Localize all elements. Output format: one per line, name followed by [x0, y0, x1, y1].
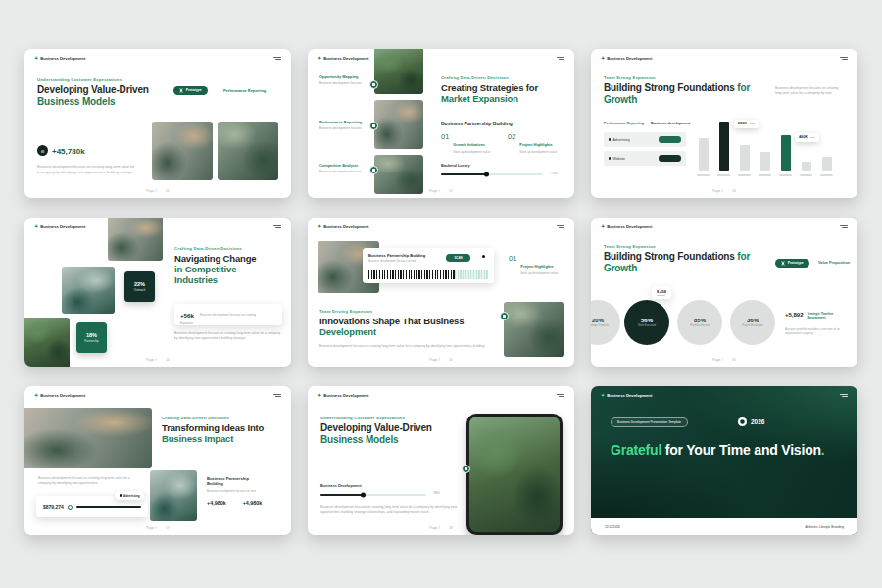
chart-tooltip-230k: 230K — [734, 120, 759, 128]
slider[interactable] — [320, 494, 426, 496]
chart-bar — [719, 122, 729, 171]
legend-row-advertising[interactable]: Advertising — [604, 132, 686, 147]
slide3-title: Building Strong Foundations for Growth — [604, 82, 772, 106]
slide-thumbnail-8[interactable]: ✦ Business Development Understanding Cus… — [308, 386, 574, 535]
slide4-title: Navigating Change in Competitive Industr… — [174, 253, 284, 286]
page-label: Page # — [146, 526, 157, 530]
feature-item-2: Performance Reporting Business developme… — [319, 120, 370, 131]
tab-performance-reporting[interactable]: Performance Reporting — [604, 122, 644, 125]
panel-tabs: Performance Reporting Business developme… — [604, 122, 690, 125]
scan-button[interactable]: SCAN — [446, 254, 470, 262]
slide-thumbnail-1[interactable]: ✦ Business Development Understanding Cus… — [24, 49, 291, 198]
donut-value: 36% — [747, 318, 759, 323]
stat-label: Outreach — [134, 288, 146, 292]
donut-portfolio-review: 85% Portfolio Review — [677, 300, 722, 345]
closing-date: 11/12/2026 — [605, 525, 620, 529]
slider-knob[interactable] — [484, 172, 489, 176]
slide-thumbnail-3[interactable]: ✦ Business Development Team Strong Expan… — [591, 49, 858, 198]
slide-thumbnail-5[interactable]: ✦ Business Development Business Partners… — [308, 218, 574, 367]
prototype-badge[interactable]: Prototype — [173, 86, 208, 95]
page-label: Page # — [712, 189, 723, 193]
prototype-badge[interactable]: Prototype — [775, 259, 809, 268]
step-label: Growth Initiatives — [453, 142, 485, 147]
stat-value: +5,892 — [785, 312, 804, 319]
right-sub: Business development focuses on new — [207, 489, 277, 493]
presentation-photo — [504, 302, 564, 357]
slide-thumbnail-6[interactable]: ✦ Business Development Team Strong Expan… — [591, 218, 858, 367]
chart-bar — [822, 157, 832, 171]
donut-label: Project Evaluation — [736, 324, 769, 327]
legend-label: Website — [612, 157, 625, 161]
menu-icon[interactable] — [557, 57, 564, 61]
camera-icon — [369, 122, 378, 130]
slide6-title-dark: Building Strong Foundations — [604, 251, 737, 262]
menu-icon[interactable] — [840, 394, 848, 398]
team-highfive-photo — [469, 416, 561, 533]
badge-label: Prototype — [788, 261, 804, 265]
slider-value: 76% — [433, 491, 440, 495]
slide-grid: ✦ Business Development Understanding Cus… — [0, 0, 882, 588]
feature-item-1: Opportunity Mapping Business development… — [319, 74, 370, 86]
sparkle-icon: ✦ — [34, 56, 38, 61]
revenue-value: $879,274 — [43, 504, 64, 510]
slider-knob[interactable] — [361, 492, 366, 497]
menu-icon[interactable] — [557, 394, 564, 398]
menu-icon[interactable] — [840, 225, 848, 229]
slide6-eyebrow: Team Strong Expansion — [604, 244, 656, 249]
feature-sub: Business development focuses — [319, 81, 370, 86]
donut-project-evaluation: 36% Project Evaluation — [730, 300, 775, 345]
menu-icon[interactable] — [273, 394, 281, 398]
office-photo — [152, 122, 213, 180]
brand-logo: ✦ Business Development — [601, 224, 652, 229]
sparkle-icon: ✦ — [318, 393, 321, 398]
page-number: 17 — [166, 526, 170, 530]
sparkle-icon: ✦ — [318, 224, 321, 229]
slide-thumbnail-4[interactable]: ✦ Business Development 22% Outreach 18% … — [24, 218, 291, 367]
page-number: 18 — [449, 526, 453, 530]
slide4-eyebrow: Crafting Data-Driven Decisions — [174, 246, 242, 251]
stat-value: 18% — [86, 332, 97, 338]
slide-thumbnail-2[interactable]: ✦ Business Development Opportunity Mappi… — [308, 49, 574, 198]
page-label: Page # — [429, 358, 440, 362]
chart-bar — [699, 138, 709, 171]
target-circle-icon — [738, 417, 747, 426]
slide1-stat: +45,780k — [52, 147, 85, 156]
slide4-title-line1: Navigating Change — [174, 253, 284, 264]
menu-icon[interactable] — [840, 57, 848, 61]
feature-sub: Business development focuses — [319, 126, 370, 131]
slide7-title-line1: Transforming Ideas Into — [162, 422, 287, 433]
brand-logo: ✦ Business Development — [318, 224, 368, 229]
closing-credit: Authentic Lifestyle Branding — [805, 525, 844, 529]
right-stat-2: +4,980k — [243, 500, 263, 506]
brand-logo: ✦ Business Development — [34, 393, 85, 398]
brand-name: Business Development — [40, 393, 85, 398]
slide8-title-line1: Developing Value-Driven — [320, 422, 467, 434]
slide7-body: Business development focuses on creating… — [38, 476, 136, 487]
slider[interactable] — [441, 173, 543, 175]
menu-icon[interactable] — [557, 225, 564, 229]
chart-tooltip-460k: 460K — [795, 133, 819, 142]
dot-icon — [482, 255, 485, 258]
menu-icon[interactable] — [273, 225, 281, 229]
brand-name: Business Development — [40, 224, 85, 229]
step-01: 01 Growth Initiatives Start-up developme… — [441, 132, 496, 155]
slide3-eyebrow: Team Strong Expansion — [604, 75, 656, 80]
advertising-tag: Advertising — [115, 491, 144, 500]
page-label: Page # — [146, 358, 157, 362]
page-label: Page # — [429, 526, 440, 530]
slide3-title-dark: Building Strong Foundations — [604, 82, 737, 93]
legend-row-website[interactable]: Website — [604, 151, 686, 166]
slide-thumbnail-7[interactable]: ✦ Business Development Crafting Data-Dri… — [24, 386, 291, 535]
brand-logo: ✦ Business Development — [318, 56, 368, 61]
menu-icon[interactable] — [273, 57, 281, 61]
page-label: Page # — [146, 189, 157, 193]
slide2-footer: Page # 12 — [308, 189, 574, 193]
slide-thumbnail-9[interactable]: ✦ Business Development Business Developm… — [591, 386, 858, 535]
brand-name: Business Development — [607, 56, 652, 61]
sparkle-icon: ✦ — [318, 56, 321, 61]
tab-business-development[interactable]: Business development — [651, 122, 690, 125]
slide6-badge-caption: Value Proposition — [818, 261, 850, 265]
brand-name: Business Development — [323, 56, 368, 61]
sparkle-icon: ✦ — [601, 393, 605, 398]
slide6-title: Building Strong Foundations for Growth — [604, 251, 772, 274]
